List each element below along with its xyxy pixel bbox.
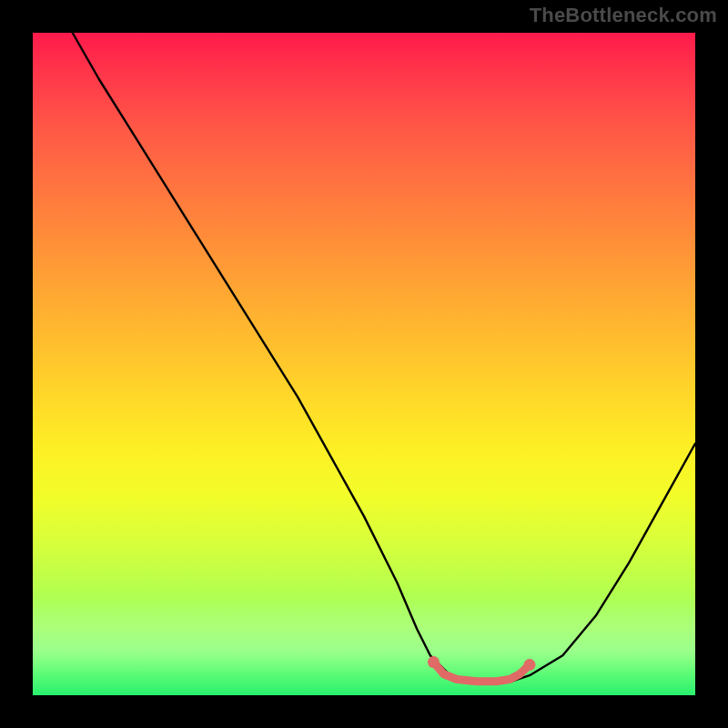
- bottleneck-curve-svg: [33, 33, 695, 695]
- watermark-text: TheBottleneck.com: [530, 4, 717, 27]
- plot-area: [33, 33, 695, 695]
- flat-minimum-highlight: [433, 662, 530, 682]
- highlight-endpoint-dot: [524, 659, 536, 671]
- highlight-endpoint-dot: [428, 656, 440, 668]
- bottleneck-curve-path: [73, 33, 695, 682]
- chart-frame: TheBottleneck.com: [0, 0, 728, 728]
